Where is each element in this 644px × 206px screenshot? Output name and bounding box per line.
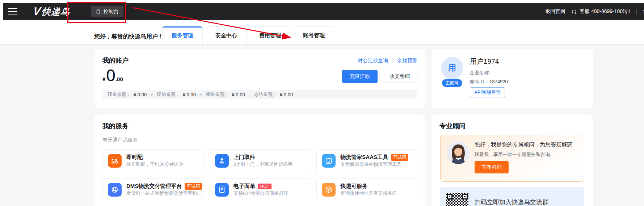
balance-integer: 0	[106, 67, 115, 84]
advisor-photo	[447, 142, 470, 164]
service-item-logistics-saas[interactable]: 物流管家SAAS工具 可试用 专为商家提供的物流管理工具	[316, 149, 417, 172]
home-icon	[96, 9, 101, 14]
services-grid: 即时配 外卖跑腿，平均30分钟送达 上门取件 2小时上门，电商退换货必用	[102, 149, 417, 201]
frozen-amount-label: 冻结金额：	[254, 91, 277, 98]
kuaidiniao-logo[interactable]: V 快递鸟	[33, 5, 70, 18]
cash-balance-value: ¥ 0.00	[134, 92, 147, 97]
page: V 快递鸟 控制台 返回官网 客服 400-8699-100转1 1860 您好…	[0, 0, 644, 206]
qr-section: 扫码立即加入快递鸟交流群	[440, 187, 584, 206]
service-title: DMS物流交付管理平台	[126, 183, 182, 190]
service-desc: 专为商家提供的物流管理工具	[340, 161, 401, 167]
services-card-title: 我的服务	[102, 122, 129, 130]
cash-balance-label: 现金余额：	[108, 91, 131, 98]
account-card-title: 我的账户	[102, 56, 129, 65]
advisor-promo-box: 您好，我是您的专属顾问，为您答疑解惑 联系我，享受一对一专属服务和咨询。 立即咨…	[440, 135, 584, 182]
account-id-row: 账号ID：1874920	[470, 79, 508, 85]
globe-icon	[108, 183, 122, 197]
service-title: 电子面单	[233, 183, 255, 190]
advisor-contact-line: 联系我，享受一对一专属服务和咨询。	[475, 151, 555, 158]
back-to-site-link[interactable]: 返回官网	[545, 8, 565, 15]
service-item-dms-platform[interactable]: DMS物流交付管理平台 可试用 发货前一站式智慧物流交付管理和...	[102, 178, 203, 201]
top-navbar: V 快递鸟 控制台 返回官网 客服 400-8699-100转1 1860	[3, 3, 644, 20]
service-item-instant-delivery[interactable]: 即时配 外卖跑腿，平均30分钟送达	[102, 149, 203, 172]
avatar-wrap: 用 主账号	[441, 57, 463, 87]
advisor-card: 专业顾问 您好，我是您的专属顾问，为您答疑解惑 联系我，享受一对一专属服务和咨询…	[432, 114, 593, 206]
service-desc: 查询收件地址是否支持派送	[340, 190, 397, 196]
navbar-right-group: 返回官网 客服 400-8699-100转1 1860	[545, 3, 644, 20]
cs-phone-label: 客服 400-8699-100转1	[580, 8, 631, 15]
account-id-label: 账号ID：	[470, 79, 489, 84]
credit-balance-label: 授信余额：	[157, 91, 180, 98]
logo-text: 快递鸟	[41, 6, 70, 18]
op-plus: +	[149, 92, 154, 97]
service-desc: 外卖跑腿，平均30分钟送达	[126, 161, 183, 167]
courier-person-icon	[215, 154, 229, 168]
content-area: 我的账户 对公汇款查询 余额预警 ¥ 0 .00 充值汇款 收支明细 现金余额：…	[0, 45, 644, 206]
tab-security-center[interactable]: 安全中心	[206, 26, 247, 44]
frozen-amount-value: ¥ 0.00	[280, 92, 293, 97]
service-title: 快递可服务	[340, 183, 367, 190]
console-button[interactable]: 控制台	[91, 6, 123, 17]
trial-badge: 可试用	[391, 154, 408, 161]
saas-app-icon	[322, 154, 336, 168]
hot-badge: HOT	[258, 184, 272, 189]
credit-balance-value: ¥ 0.00	[183, 92, 196, 97]
links-divider	[392, 58, 393, 63]
tab-fee-management[interactable]: 费用管理	[250, 26, 290, 44]
balance-breakdown-bar: 现金余额：¥ 0.00+ 授信余额：¥ 0.00+ 赠送金额：¥ 0.00- 冻…	[102, 90, 417, 99]
navbar-divider	[636, 9, 637, 14]
service-item-door-pickup[interactable]: 上门取件 2小时上门，电商退换货必用	[210, 149, 311, 172]
user-info-card: 用 主账号 用户1974 企业名称： 账号ID：1874920 API密钥查询	[432, 49, 593, 108]
logo-v-icon: V	[33, 5, 42, 17]
user-name: 用户1974	[470, 57, 499, 66]
services-subtitle: 未开通产品服务	[102, 137, 138, 143]
scooter-icon	[108, 154, 122, 168]
main-account-badge: 主账号	[442, 79, 462, 87]
tab-service-management[interactable]: 服务管理	[162, 26, 203, 44]
service-title: 上门取件	[233, 154, 255, 161]
recharge-button[interactable]: 充值汇款	[342, 70, 378, 83]
parcel-box-icon	[322, 183, 336, 197]
tabs: 服务管理 安全中心 费用管理 账号管理	[162, 26, 334, 44]
waybill-doc-icon	[215, 183, 229, 197]
account-actions: 充值汇款 收支明细	[342, 70, 417, 83]
remittance-query-link[interactable]: 对公汇款查询	[358, 58, 388, 64]
console-label: 控制台	[104, 8, 119, 15]
account-id-value: 1874920	[489, 79, 508, 84]
income-expense-detail-button[interactable]: 收支明细	[382, 70, 417, 83]
op-plus: +	[198, 92, 203, 97]
trial-badge: 可试用	[185, 183, 202, 190]
avatar: 用	[441, 57, 463, 79]
consult-now-button[interactable]: 立即咨询	[475, 161, 509, 173]
service-desc: 发货前一站式智慧物流交付管理和...	[126, 190, 201, 196]
service-item-e-waybill[interactable]: 电子面单 HOT 支持60+物流公司面单打印	[210, 178, 311, 201]
my-services-card: 我的服务 未开通产品服务 即时配 外卖跑腿，平均30分钟送达	[94, 114, 425, 206]
company-name-label: 企业名称：	[470, 70, 493, 76]
currency-symbol: ¥	[102, 76, 105, 82]
gift-amount-label: 赠送金额：	[206, 91, 230, 98]
qr-code	[446, 193, 468, 206]
tab-account-management[interactable]: 账号管理	[294, 26, 334, 44]
my-account-card: 我的账户 对公汇款查询 余额预警 ¥ 0 .00 充值汇款 收支明细 现金余额：…	[94, 49, 425, 108]
service-item-delivery-coverage[interactable]: 快递可服务 查询收件地址是否支持派送	[316, 178, 417, 201]
greeting-text: 您好，尊贵的快递鸟用户！	[94, 33, 164, 41]
account-balance: ¥ 0 .00	[102, 67, 123, 84]
gift-amount-value: ¥ 0.00	[232, 92, 245, 97]
service-desc: 2小时上门，电商退换货必用	[233, 161, 292, 167]
balance-alert-link[interactable]: 余额预警	[397, 58, 417, 64]
tab-row: 您好，尊贵的快递鸟用户！ 服务管理 安全中心 费用管理 账号管理	[0, 20, 644, 45]
account-links: 对公汇款查询 余额预警	[358, 58, 417, 64]
service-desc: 支持60+物流公司面单打印	[233, 190, 289, 196]
advisor-card-title: 专业顾问	[439, 122, 466, 130]
qr-caption: 扫码立即加入快递鸟交流群	[475, 198, 548, 206]
service-title: 即时配	[126, 154, 143, 161]
menu-icon[interactable]	[8, 7, 17, 17]
account-phone[interactable]: 1860	[643, 9, 644, 14]
api-key-query-button[interactable]: API密钥查询	[470, 87, 505, 97]
headset-icon	[571, 9, 577, 14]
service-title: 物流管家SAAS工具	[340, 154, 388, 161]
op-minus: -	[248, 92, 251, 97]
balance-decimal: .00	[115, 76, 123, 82]
advisor-greeting-line: 您好，我是您的专属顾问，为您答疑解惑	[475, 141, 572, 148]
customer-service[interactable]: 客服 400-8699-100转1	[571, 8, 631, 15]
